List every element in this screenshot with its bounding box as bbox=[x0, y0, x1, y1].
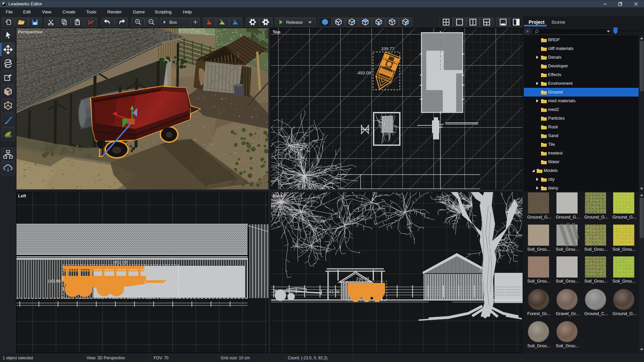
svg-text:Soil_Grou...: Soil_Grou... bbox=[556, 343, 579, 348]
svg-text:339.77: 339.77 bbox=[381, 46, 394, 51]
svg-text:Gravel_Gr...: Gravel_Gr... bbox=[556, 311, 579, 316]
svg-text:Ground_G...: Ground_G... bbox=[584, 215, 608, 220]
svg-text:493.09: 493.09 bbox=[114, 260, 127, 265]
svg-text:Ground_G...: Ground_G... bbox=[612, 311, 637, 316]
svg-text:Ground_G...: Ground_G... bbox=[527, 215, 551, 220]
svg-text:Release: Release bbox=[286, 20, 303, 25]
svg-text:Soil_Grou...: Soil_Grou... bbox=[527, 343, 550, 348]
svg-text:Soil_Grou...: Soil_Grou... bbox=[612, 247, 636, 252]
svg-text:493.09: 493.09 bbox=[358, 70, 371, 75]
svg-text:Box: Box bbox=[169, 20, 177, 25]
svg-text:Soil_Grou...: Soil_Grou... bbox=[584, 247, 607, 252]
svg-text:Soil_Grou...: Soil_Grou... bbox=[527, 279, 550, 284]
svg-text:Ground_G...: Ground_G... bbox=[556, 215, 580, 220]
svg-text:143.96: 143.96 bbox=[47, 279, 61, 284]
svg-text:Soil_Grou...: Soil_Grou... bbox=[612, 279, 636, 284]
svg-text:Soil_Grou...: Soil_Grou... bbox=[527, 247, 550, 252]
svg-text:339.77: 339.77 bbox=[356, 277, 369, 282]
svg-text:Soil_Grou...: Soil_Grou... bbox=[556, 279, 579, 284]
svg-text:Ground_G...: Ground_G... bbox=[612, 215, 637, 220]
svg-text:Soil_Grou...: Soil_Grou... bbox=[584, 279, 607, 284]
svg-text:143.96: 143.96 bbox=[326, 289, 340, 294]
svg-text:Ground_C...: Ground_C... bbox=[584, 311, 608, 316]
svg-text:Soil_Grou...: Soil_Grou... bbox=[556, 247, 579, 252]
svg-text:Forest_Gr...: Forest_Gr... bbox=[527, 311, 550, 316]
